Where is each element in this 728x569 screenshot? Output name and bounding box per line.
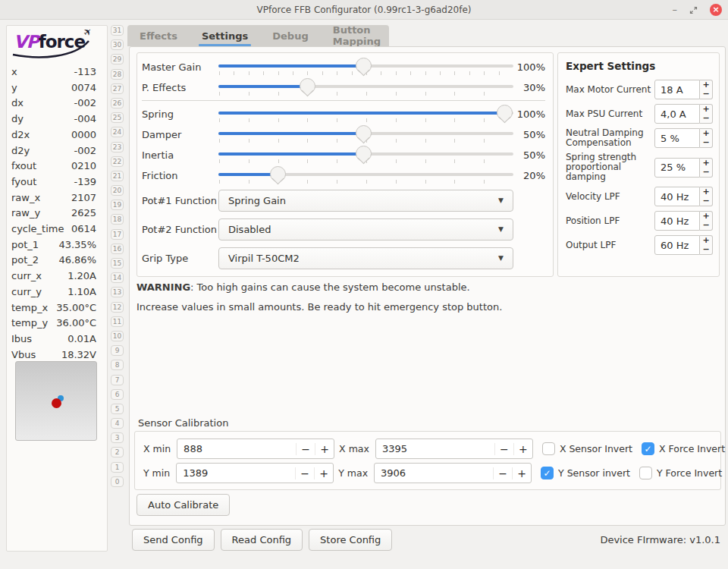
channel-button-13[interactable]: 13 [111, 287, 124, 297]
master-gain-slider[interactable] [218, 58, 513, 77]
tab-debug[interactable]: Debug [260, 25, 320, 46]
spinbox-buttons: +− [700, 211, 713, 231]
restore-icon[interactable] [689, 6, 698, 14]
telemetry-row-pot-2: pot_246.86% [11, 253, 96, 269]
channel-button-16[interactable]: 16 [111, 244, 124, 254]
read-config-button[interactable]: Read Config [221, 529, 303, 551]
channel-button-2[interactable]: 2 [111, 447, 124, 457]
decrement-button[interactable]: − [296, 443, 315, 455]
footer-bar: Send ConfigRead ConfigStore ConfigDevice… [132, 529, 720, 551]
minimize-button[interactable]: – [673, 6, 678, 14]
pot-2-function-dropdown[interactable]: Disabled▼ [218, 218, 513, 240]
damper-slider-handle[interactable] [356, 125, 372, 141]
y-force-invert-checkbox[interactable] [639, 467, 652, 479]
channel-button-25[interactable]: 25 [111, 112, 124, 123]
decrement-button[interactable]: − [700, 245, 712, 254]
decrement-button[interactable]: − [700, 221, 712, 230]
decrement-button[interactable]: − [700, 168, 712, 177]
spring-strength-proportional-damping-spinbox[interactable]: 25 %+− [654, 158, 713, 178]
channel-button-9[interactable]: 9 [111, 345, 124, 356]
channel-button-0[interactable]: 0 [111, 476, 124, 487]
pot-1-function-dropdown[interactable]: Spring Gain▼ [218, 190, 513, 212]
decrement-button[interactable]: − [295, 467, 314, 479]
store-config-button[interactable]: Store Config [309, 529, 392, 551]
channel-button-31[interactable]: 31 [111, 25, 124, 36]
close-button[interactable]: × [710, 4, 722, 16]
telemetry-label: curr_x [11, 269, 42, 284]
channel-button-6[interactable]: 6 [111, 389, 124, 400]
calibration-field-label: X max [334, 443, 375, 454]
channel-button-5[interactable]: 5 [111, 404, 124, 414]
decrement-button[interactable]: − [493, 467, 512, 479]
spring-slider[interactable] [218, 105, 513, 124]
increment-button[interactable]: + [513, 443, 532, 455]
channel-button-27[interactable]: 27 [111, 83, 124, 94]
channel-button-23[interactable]: 23 [111, 142, 124, 152]
decrement-button[interactable]: − [700, 114, 712, 123]
expert-settings-panel: Expert Settings Max Motor Current18 A+−M… [557, 52, 720, 277]
y-min-input[interactable]: 1389−+ [176, 463, 334, 483]
channel-button-4[interactable]: 4 [111, 418, 124, 429]
channel-button-1[interactable]: 1 [111, 462, 124, 473]
channel-button-10[interactable]: 10 [111, 331, 124, 341]
send-config-button[interactable]: Send Config [132, 529, 215, 551]
channel-button-14[interactable]: 14 [111, 272, 124, 283]
y-max-input[interactable]: 3906−+ [374, 463, 532, 483]
channel-button-18[interactable]: 18 [111, 214, 124, 225]
channel-button-29[interactable]: 29 [111, 54, 124, 64]
p-effects-slider-handle[interactable] [300, 78, 315, 94]
output-lpf-spinbox[interactable]: 60 Hz+− [654, 235, 713, 255]
channel-button-20[interactable]: 20 [111, 185, 124, 196]
channel-button-19[interactable]: 19 [111, 200, 124, 210]
output-lpf-row: Output LPF60 Hz+− [566, 235, 713, 255]
decrement-button[interactable]: − [494, 443, 513, 455]
auto-calibrate-button[interactable]: Auto Calibrate [136, 494, 230, 516]
inertia-slider-handle[interactable] [356, 146, 372, 162]
x-sensor-invert-checkbox[interactable] [542, 442, 555, 455]
max-psu-current-row: Max PSU Current4,0 A+− [566, 104, 713, 124]
channel-button-11[interactable]: 11 [111, 316, 124, 327]
decrement-button[interactable]: − [700, 90, 712, 99]
increment-button[interactable]: + [315, 443, 334, 455]
x-force-invert-checkbox[interactable]: ✓ [642, 442, 654, 455]
friction-slider-handle[interactable] [270, 166, 286, 182]
tab-button-mapping[interactable]: Button Mapping [321, 25, 393, 46]
increment-button[interactable]: + [700, 159, 712, 168]
telemetry-label: d2x [11, 127, 30, 143]
channel-button-17[interactable]: 17 [111, 229, 124, 240]
x-max-input[interactable]: 3395−+ [375, 439, 533, 459]
channel-button-26[interactable]: 26 [111, 98, 124, 108]
velocity-lpf-spinbox[interactable]: 40 Hz+− [654, 187, 713, 206]
x-min-input[interactable]: 888−+ [177, 439, 334, 459]
channel-button-22[interactable]: 22 [111, 156, 124, 167]
channel-button-15[interactable]: 15 [111, 258, 124, 269]
p-effects-slider[interactable] [218, 79, 513, 97]
inertia-slider[interactable] [218, 146, 513, 165]
max-psu-current-spinbox[interactable]: 4,0 A+− [654, 104, 713, 124]
channel-button-21[interactable]: 21 [111, 171, 124, 181]
grip-type-dropdown[interactable]: Virpil T-50CM2▼ [218, 247, 513, 269]
neutral-damping-compensation-spinbox[interactable]: 5 %+− [654, 128, 713, 148]
max-motor-current-spinbox[interactable]: 18 A+− [654, 80, 713, 99]
decrement-button[interactable]: − [700, 196, 712, 206]
slider-value: 100% [513, 61, 545, 73]
tab-effects[interactable]: Effects [127, 25, 190, 46]
position-lpf-spinbox[interactable]: 40 Hz+− [654, 211, 713, 231]
damper-slider[interactable] [218, 126, 513, 144]
channel-button-24[interactable]: 24 [111, 127, 124, 137]
channel-button-3[interactable]: 3 [111, 432, 124, 443]
y-sensor-invert-checkbox[interactable]: ✓ [541, 467, 554, 479]
channel-button-7[interactable]: 7 [111, 375, 124, 385]
increment-button[interactable]: + [314, 467, 333, 479]
channel-button-28[interactable]: 28 [111, 69, 124, 80]
increment-button[interactable]: + [512, 467, 531, 479]
spring-slider-handle[interactable] [497, 105, 513, 121]
decrement-button[interactable]: − [700, 138, 712, 147]
channel-button-30[interactable]: 30 [111, 39, 124, 50]
channel-button-8[interactable]: 8 [111, 360, 124, 370]
channel-button-12[interactable]: 12 [111, 302, 124, 313]
telemetry-row-curr-y: curr_y1.10A [11, 284, 96, 300]
master-gain-slider-handle[interactable] [356, 58, 372, 74]
tab-settings[interactable]: Settings [190, 25, 260, 46]
friction-slider[interactable] [218, 167, 513, 185]
